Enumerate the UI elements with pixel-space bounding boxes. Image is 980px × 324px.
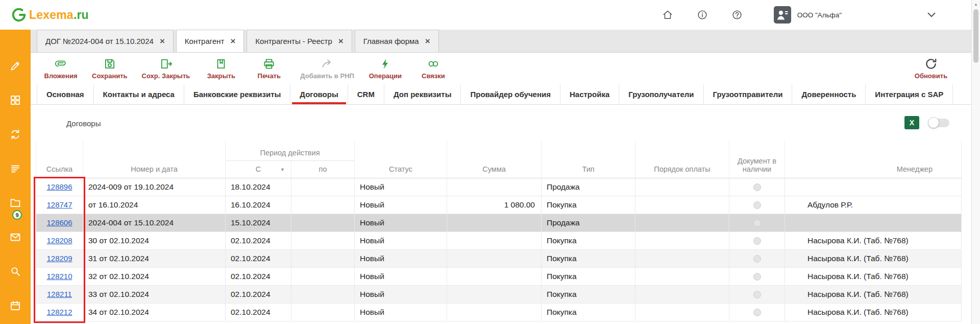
sidebar-item-mail[interactable] — [0, 230, 31, 244]
column-header-from[interactable]: С▼ — [226, 160, 291, 178]
scroll-up-icon[interactable]: ▲ — [972, 2, 980, 7]
top-header: Lexema.ru ООО "Альфа" — [0, 0, 971, 30]
home-icon[interactable] — [660, 8, 675, 22]
record-link[interactable]: 128209 — [46, 254, 72, 263]
status-cell: Новый — [355, 232, 447, 249]
close-button[interactable]: Закрыть — [204, 57, 238, 80]
window-tab[interactable]: ДОГ №2024-004 от 15.10.2024× — [37, 30, 174, 52]
chain-links-icon — [427, 57, 440, 71]
document-cell — [729, 267, 785, 285]
table-row[interactable]: 12820931 от 02.10.202402.10.2024НовыйПок… — [36, 249, 962, 267]
sidebar-item-search[interactable] — [0, 264, 31, 279]
table-row[interactable]: 1288962024-009 от 19.10.202418.10.2024Но… — [36, 178, 962, 196]
column-header-sum[interactable]: Сумма — [447, 141, 542, 178]
column-header-manager[interactable]: Менеджер — [785, 141, 962, 178]
subtab-item[interactable]: Доп реквизиты — [384, 84, 461, 104]
table-row[interactable]: 12820830 от 02.10.202402.10.2024НовыйПок… — [36, 232, 962, 249]
attachments-button[interactable]: Вложения — [44, 57, 78, 80]
document-checkbox[interactable] — [753, 309, 761, 316]
number-cell: 2024-009 от 19.10.2024 — [83, 178, 226, 196]
window-tab[interactable]: Контрагент× — [176, 30, 244, 52]
mail-icon — [9, 231, 21, 243]
subtab-item[interactable]: Интеграция с SAP — [866, 84, 953, 104]
chevron-down-icon[interactable] — [926, 9, 937, 20]
document-checkbox[interactable] — [753, 291, 761, 298]
subtab-item[interactable]: Банковские реквизиты — [184, 84, 290, 104]
save-button[interactable]: Сохранить — [92, 57, 128, 80]
column-header-link[interactable]: Ссылка — [36, 141, 83, 178]
close-icon[interactable]: × — [230, 37, 235, 45]
record-link[interactable]: 128606 — [46, 218, 72, 227]
sort-dropdown-icon[interactable]: ▼ — [280, 167, 285, 172]
table-row[interactable]: 128747от 16.10.202416.10.2024Новый1 080.… — [36, 196, 962, 214]
refresh-button[interactable]: Обновить — [914, 57, 948, 80]
sidebar-item-reports[interactable] — [0, 161, 31, 176]
number-cell: 30 от 02.10.2024 — [83, 232, 226, 249]
subtab-item[interactable]: Доверенность — [792, 84, 866, 104]
link-cell: 128208 — [36, 232, 83, 249]
operations-button[interactable]: Операции — [369, 57, 402, 80]
subtab-item[interactable]: Договоры — [290, 84, 348, 104]
sidebar-item-forms[interactable] — [0, 93, 31, 107]
user-avatar[interactable] — [774, 6, 791, 24]
close-icon[interactable]: × — [338, 37, 344, 45]
print-button[interactable]: Печать — [252, 57, 286, 80]
subtab-item[interactable]: Основная — [37, 84, 94, 104]
subtab-item[interactable]: Настройка — [560, 84, 619, 104]
sum-cell — [447, 267, 542, 285]
record-link[interactable]: 128747 — [46, 200, 72, 209]
lexema-logo[interactable]: Lexema.ru — [11, 7, 89, 22]
column-header-document[interactable]: Документ в наличии — [729, 141, 785, 178]
close-icon[interactable]: × — [160, 37, 165, 45]
document-checkbox[interactable] — [753, 273, 761, 281]
manager-cell: Абдулов Р.Р. — [785, 196, 962, 214]
record-link[interactable]: 128208 — [46, 236, 72, 245]
subtab-item[interactable]: Грузополучатели — [619, 84, 703, 104]
document-checkbox[interactable] — [753, 237, 761, 245]
help-icon[interactable] — [730, 8, 744, 22]
table-row[interactable]: 12821234 от 02.10.202402.10.2024НовыйПок… — [36, 303, 962, 321]
record-link[interactable]: 128212 — [46, 308, 72, 316]
contracts-table-wrap: Ссылка Номер и дата Период действия Стат… — [36, 141, 961, 321]
document-checkbox[interactable] — [753, 183, 761, 191]
toggle-switch[interactable] — [929, 119, 949, 127]
pencil-icon — [9, 60, 21, 72]
document-checkbox[interactable] — [753, 255, 761, 263]
document-checkbox[interactable] — [753, 219, 761, 227]
table-row[interactable]: 12821032 от 02.10.202402.10.2024НовыйПок… — [36, 267, 962, 285]
subtab-item[interactable]: Провайдер обучения — [461, 84, 560, 104]
table-row[interactable]: 12821133 от 02.10.202402.10.2024НовыйПок… — [36, 285, 962, 303]
table-row[interactable]: 1286062024-004 от 15.10.202415.10.2024Но… — [36, 214, 962, 232]
vertical-scrollbar[interactable]: ▲ — [971, 0, 980, 324]
window-tab[interactable]: Контрагенты - Реестр× — [247, 30, 352, 52]
subtab-item[interactable]: CRM — [348, 84, 384, 104]
info-icon[interactable] — [695, 8, 709, 22]
sidebar-item-sync[interactable] — [0, 127, 31, 142]
column-header-type[interactable]: Тип — [542, 141, 635, 178]
table-header-group-row: Ссылка Номер и дата Период действия Стат… — [36, 141, 962, 160]
to-cell — [291, 196, 355, 214]
to-cell — [291, 232, 355, 249]
document-checkbox[interactable] — [753, 201, 761, 209]
window-tab[interactable]: Главная форма× — [355, 30, 439, 52]
column-header-number[interactable]: Номер и дата — [83, 141, 226, 178]
sidebar-item-calendar[interactable] — [0, 298, 31, 313]
record-link[interactable]: 128210 — [46, 272, 72, 281]
vertical-scrollbar-thumb[interactable] — [973, 9, 978, 63]
subtab-item[interactable]: Грузоотправители — [704, 84, 793, 104]
sum-cell — [447, 249, 542, 267]
column-header-status[interactable]: Статус — [355, 141, 447, 178]
sidebar-item-edit[interactable] — [0, 59, 31, 73]
column-header-payment[interactable]: Порядок оплаты — [635, 141, 729, 178]
save-close-button[interactable]: Сохр. Закрыть — [142, 57, 190, 80]
subtab-item[interactable]: Контакты и адреса — [94, 84, 184, 104]
record-link[interactable]: 128896 — [46, 182, 72, 191]
sum-cell — [447, 285, 542, 303]
close-icon[interactable]: × — [425, 37, 430, 45]
record-link[interactable]: 128211 — [47, 290, 72, 298]
column-header-to[interactable]: по — [291, 160, 355, 178]
excel-export-button[interactable]: X — [904, 116, 919, 129]
sidebar-item-documents[interactable] — [0, 196, 31, 210]
links-button[interactable]: Связки — [416, 57, 450, 80]
form-subtabs: ОсновнаяКонтакты и адресаБанковские рекв… — [31, 84, 971, 105]
